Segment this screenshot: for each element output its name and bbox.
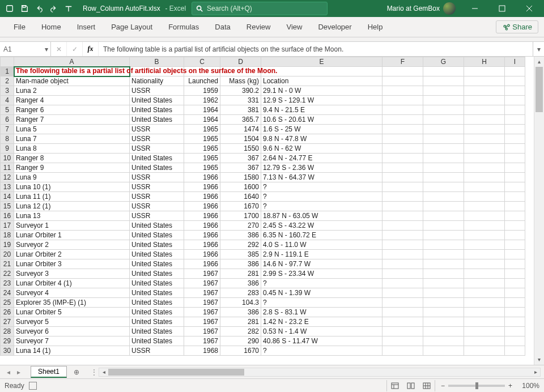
cell[interactable] bbox=[464, 96, 505, 105]
cancel-formula-icon[interactable]: ✕ bbox=[51, 42, 67, 56]
cell[interactable] bbox=[423, 182, 464, 192]
cell[interactable] bbox=[464, 327, 505, 336]
cell[interactable]: USSR bbox=[130, 86, 184, 96]
scroll-right-icon[interactable]: ▸ bbox=[531, 369, 540, 375]
cell[interactable] bbox=[505, 221, 525, 231]
cell[interactable] bbox=[505, 211, 525, 221]
cell[interactable]: USSR bbox=[130, 192, 184, 202]
cell[interactable]: Location bbox=[261, 76, 382, 86]
cell[interactable]: 1966 bbox=[184, 211, 220, 221]
cell[interactable]: 1966 bbox=[184, 192, 220, 202]
cell[interactable] bbox=[464, 125, 505, 134]
tab-developer[interactable]: Developer bbox=[310, 18, 359, 36]
cell[interactable]: 1.6 S - 25 W bbox=[261, 125, 382, 134]
cell[interactable]: 1967 bbox=[184, 279, 220, 288]
cell[interactable]: 1966 bbox=[184, 240, 220, 250]
cell[interactable] bbox=[464, 173, 505, 182]
cell[interactable]: ? bbox=[261, 192, 382, 202]
cell[interactable]: USSR bbox=[130, 346, 184, 356]
cell[interactable] bbox=[464, 115, 505, 125]
row-header[interactable]: 4 bbox=[1, 96, 14, 105]
row-header[interactable]: 9 bbox=[1, 144, 14, 154]
tab-scroll-splitter[interactable]: ⋮ bbox=[91, 368, 94, 376]
cell[interactable] bbox=[505, 173, 525, 182]
row-header[interactable]: 17 bbox=[1, 221, 14, 231]
cell[interactable]: 1670 bbox=[220, 202, 261, 211]
cell[interactable]: 1700 bbox=[220, 211, 261, 221]
undo-icon[interactable] bbox=[33, 2, 45, 15]
row-header[interactable]: 22 bbox=[1, 269, 14, 279]
cell[interactable]: USSR bbox=[130, 144, 184, 154]
cell[interactable] bbox=[464, 144, 505, 154]
col-header-G[interactable]: G bbox=[423, 57, 464, 67]
row-header[interactable]: 20 bbox=[1, 250, 14, 259]
cell[interactable]: 1962 bbox=[184, 96, 220, 105]
cell[interactable]: 1965 bbox=[184, 125, 220, 134]
row-header[interactable]: 1 bbox=[1, 67, 14, 76]
cell[interactable] bbox=[464, 279, 505, 288]
row-header[interactable]: 6 bbox=[1, 115, 14, 125]
cell[interactable] bbox=[505, 96, 525, 105]
cell[interactable] bbox=[382, 202, 423, 211]
cell[interactable] bbox=[382, 288, 423, 298]
cell[interactable]: 1580 bbox=[220, 173, 261, 182]
cell[interactable]: 2.99 S - 23.34 W bbox=[261, 269, 382, 279]
cell[interactable] bbox=[464, 76, 505, 86]
cell[interactable] bbox=[261, 67, 382, 76]
scroll-down-icon[interactable]: ▾ bbox=[534, 355, 544, 365]
row-header[interactable]: 2 bbox=[1, 76, 14, 86]
cell[interactable] bbox=[464, 192, 505, 202]
cell[interactable] bbox=[505, 240, 525, 250]
cell[interactable]: 1966 bbox=[184, 259, 220, 269]
cell[interactable] bbox=[505, 259, 525, 269]
cell[interactable]: 367 bbox=[220, 163, 261, 173]
cell[interactable] bbox=[464, 346, 505, 356]
cell[interactable] bbox=[505, 269, 525, 279]
cell[interactable]: 18.87 N - 63.05 W bbox=[261, 211, 382, 221]
cell[interactable] bbox=[382, 336, 423, 346]
row-header[interactable]: 10 bbox=[1, 154, 14, 163]
cell[interactable]: Luna 5 bbox=[14, 125, 130, 134]
close-button[interactable] bbox=[517, 0, 542, 17]
cell[interactable]: 1966 bbox=[184, 202, 220, 211]
cell[interactable]: 381 bbox=[220, 105, 261, 115]
tab-help[interactable]: Help bbox=[360, 18, 391, 36]
cell[interactable] bbox=[423, 327, 464, 336]
cell[interactable]: ? bbox=[261, 279, 382, 288]
cell[interactable]: 1967 bbox=[184, 288, 220, 298]
cell[interactable] bbox=[464, 211, 505, 221]
cell[interactable] bbox=[505, 144, 525, 154]
save-icon[interactable] bbox=[18, 2, 31, 15]
cell[interactable]: ? bbox=[261, 346, 382, 356]
cell[interactable] bbox=[464, 336, 505, 346]
cell[interactable]: Luna 13 bbox=[14, 211, 130, 221]
row-header[interactable]: 14 bbox=[1, 192, 14, 202]
cell[interactable] bbox=[382, 250, 423, 259]
cell[interactable] bbox=[423, 259, 464, 269]
sheet-tab-active[interactable]: Sheet1 bbox=[31, 366, 67, 378]
cell[interactable]: Ranger 7 bbox=[14, 115, 130, 125]
cell[interactable] bbox=[505, 327, 525, 336]
cell[interactable] bbox=[423, 115, 464, 125]
cell[interactable] bbox=[382, 134, 423, 144]
cell[interactable]: Launched bbox=[184, 76, 220, 86]
cell[interactable] bbox=[382, 308, 423, 317]
cell[interactable]: USSR bbox=[130, 134, 184, 144]
cell[interactable]: 385 bbox=[220, 250, 261, 259]
cell[interactable] bbox=[505, 67, 525, 76]
cell[interactable]: Explorer 35 (IMP-E) (1) bbox=[14, 298, 130, 308]
cell[interactable]: Nationality bbox=[130, 76, 184, 86]
cell[interactable]: 2.64 N - 24.77 E bbox=[261, 154, 382, 163]
cell[interactable] bbox=[505, 336, 525, 346]
cell[interactable]: 282 bbox=[220, 327, 261, 336]
zoom-in-button[interactable]: + bbox=[508, 382, 512, 390]
name-box[interactable]: A1 ▾ bbox=[0, 42, 51, 56]
cell[interactable] bbox=[505, 250, 525, 259]
cell[interactable] bbox=[505, 125, 525, 134]
cell[interactable]: 1967 bbox=[184, 327, 220, 336]
cell[interactable]: 1965 bbox=[184, 134, 220, 144]
cell[interactable] bbox=[464, 231, 505, 240]
autosave-toggle[interactable] bbox=[3, 2, 16, 15]
row-header[interactable]: 26 bbox=[1, 308, 14, 317]
cell[interactable]: United States bbox=[130, 259, 184, 269]
